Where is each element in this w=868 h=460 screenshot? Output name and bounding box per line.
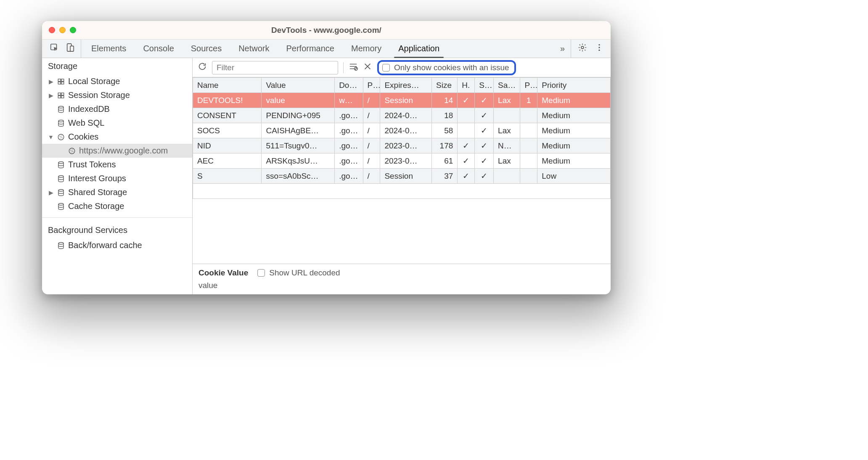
cell [520,138,537,153]
svg-rect-13 [58,95,61,98]
sidebar-item-cookies[interactable]: ▼Cookies [42,130,192,144]
show-url-decoded-checkbox[interactable]: Show URL decoded [257,268,340,278]
cell: 2024-0… [380,108,432,123]
cell: ✓ [475,123,494,138]
svg-rect-2 [70,46,74,51]
cell: 37 [431,169,457,184]
db-icon [56,242,66,249]
cell: 2023-0… [380,138,432,153]
cell: ✓ [475,169,494,184]
panel-tabbar: ElementsConsoleSourcesNetworkPerformance… [42,40,611,58]
clear-all-button[interactable] [349,62,358,73]
more-tabs-button[interactable]: » [554,40,571,58]
svg-point-16 [58,120,64,122]
sidebar-item-shared-storage[interactable]: ▶Shared Storage [42,185,192,199]
sidebar-item-label: Back/forward cache [68,241,142,250]
cell: 178 [431,138,457,153]
tab-elements[interactable]: Elements [83,40,135,58]
table-row[interactable]: NID511=Tsugv0….go…/2023-0…178✓✓No…Medium [193,138,611,153]
cell: S [193,169,262,184]
cookies-panel: Only show cookies with an issue NameValu… [193,58,611,294]
refresh-button[interactable] [198,62,207,73]
cookies-table[interactable]: NameValueDo…P…Expires…SizeH.S…Sa…P…Prior… [193,77,611,264]
cookie-icon [56,133,66,141]
svg-line-36 [355,68,357,70]
table-row[interactable]: CONSENTPENDING+095.go…/2024-0…18✓Medium [193,108,611,123]
db-icon [56,189,66,196]
sidebar-item-trust-tokens[interactable]: Trust Tokens [42,158,192,172]
column-header[interactable]: Sa… [494,78,520,93]
filter-input[interactable] [212,61,338,74]
column-header[interactable]: H. [458,78,475,93]
svg-rect-11 [58,93,61,95]
cell: ✓ [458,169,475,184]
tab-network[interactable]: Network [230,40,278,58]
tab-memory[interactable]: Memory [343,40,390,58]
svg-point-15 [58,106,64,108]
column-header[interactable]: Expires… [380,78,432,93]
cell [494,108,520,123]
cell: ✓ [458,138,475,153]
cell: Session [380,93,432,108]
sidebar-item-indexeddb[interactable]: IndexedDB [42,102,192,116]
column-header[interactable]: Do… [335,78,363,93]
svg-rect-10 [61,82,64,84]
column-header[interactable]: Priority [537,78,611,93]
delete-selected-button[interactable] [363,62,372,73]
cell: ww… [335,93,363,108]
inspect-element-icon[interactable] [50,43,59,54]
toggle-device-icon[interactable] [66,43,75,54]
svg-point-3 [581,46,584,49]
cell: value [262,93,335,108]
tab-application[interactable]: Application [390,40,448,58]
sidebar-heading: Background Services [42,222,192,238]
sidebar-item-interest-groups[interactable]: Interest Groups [42,172,192,185]
svg-point-28 [58,175,64,177]
sidebar-item-label: https://www.google.com [79,146,168,156]
tab-sources[interactable]: Sources [183,40,230,58]
cell [458,123,475,138]
column-header[interactable]: Value [262,78,335,93]
cell: Session [380,169,432,184]
cell: 58 [431,123,457,138]
settings-button[interactable] [578,43,587,54]
sidebar-item-local-storage[interactable]: ▶Local Storage [42,74,192,88]
table-row[interactable]: DEVTOOLS!valueww…/Session14✓✓Lax1Medium [193,93,611,108]
column-header[interactable]: Name [193,78,262,93]
table-row[interactable]: SOCSCAISHAgBE….go…/2024-0…58✓LaxMedium [193,123,611,138]
tab-console[interactable]: Console [135,40,182,58]
cell [520,108,537,123]
cell: ✓ [458,93,475,108]
show-url-decoded-label: Show URL decoded [269,268,340,278]
svg-point-31 [58,242,64,244]
chevron-right-icon: ▶ [48,92,54,99]
cookie-icon [67,147,77,155]
cookie-value-text: value [198,281,605,290]
table-row[interactable]: Ssso=sA0bSc….go…/Session37✓✓Low [193,169,611,184]
cell: / [363,93,380,108]
cell: Medium [537,123,611,138]
sidebar-item-session-storage[interactable]: ▶Session Storage [42,88,192,102]
column-header[interactable]: S… [475,78,494,93]
cell: 1 [520,93,537,108]
titlebar: DevTools - www.google.com/ [42,21,611,40]
column-header[interactable]: P… [363,78,380,93]
sidebar-item-label: Cache Storage [68,201,124,211]
sidebar-item-https-www-google-com[interactable]: https://www.google.com [42,144,192,158]
sidebar-item-back-forward-cache[interactable]: Back/forward cache [42,238,192,252]
sidebar-item-web-sql[interactable]: Web SQL [42,116,192,130]
sidebar-item-label: IndexedDB [68,104,110,114]
column-header[interactable]: P… [520,78,537,93]
column-header[interactable]: Size [431,78,457,93]
db-icon [56,203,66,210]
chevron-down-icon: ▼ [48,134,54,140]
tab-performance[interactable]: Performance [278,40,343,58]
kebab-menu-button[interactable] [595,43,604,54]
cell: ✓ [475,138,494,153]
sidebar-item-cache-storage[interactable]: Cache Storage [42,199,192,213]
grid-icon [56,78,66,85]
svg-point-24 [72,149,73,150]
svg-rect-12 [61,93,64,95]
table-row[interactable]: AECARSKqsJsU….go…/2023-0…61✓✓LaxMedium [193,153,611,169]
only-show-issues-checkbox[interactable]: Only show cookies with an issue [377,60,516,75]
